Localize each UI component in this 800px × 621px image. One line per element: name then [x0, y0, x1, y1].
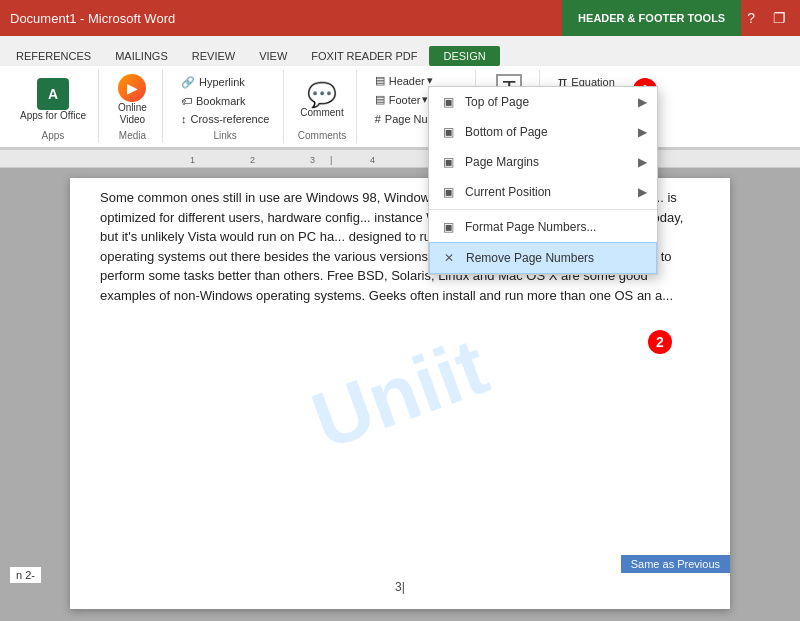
media-label: OnlineVideo	[118, 102, 147, 126]
step2-badge: 2	[648, 330, 672, 354]
dropdown-item-page-margins[interactable]: ▣ Page Margins ▶	[429, 147, 657, 177]
tools-label-text: HEADER & FOOTER TOOLS	[578, 12, 725, 24]
remove-page-numbers-icon: ✕	[440, 249, 458, 267]
group-media-label: Media	[119, 130, 146, 141]
link-icon: 🔗	[181, 76, 195, 89]
svg-text:2: 2	[250, 155, 255, 165]
ribbon-tabs: REFERENCES MAILINGS REVIEW VIEW FOXIT RE…	[0, 36, 800, 66]
svg-text:|: |	[330, 155, 332, 165]
apps-for-office-button[interactable]: A Apps for Office	[16, 76, 90, 124]
title-text: Document1 - Microsoft Word	[10, 11, 175, 26]
cross-reference-button[interactable]: ↕ Cross-reference	[175, 111, 275, 127]
media-icon: ▶	[118, 74, 146, 102]
group-comments-label: Comments	[298, 130, 346, 141]
svg-rect-0	[0, 150, 800, 168]
header-icon: ▤	[375, 74, 385, 87]
footer-button[interactable]: ▤ Footer ▾	[369, 91, 435, 108]
tab-references[interactable]: REFERENCES	[4, 46, 103, 66]
footer-icon: ▤	[375, 93, 385, 106]
bookmark-button[interactable]: 🏷 Bookmark	[175, 93, 252, 109]
tab-review[interactable]: REVIEW	[180, 46, 247, 66]
bottom-of-page-arrow: ▶	[638, 125, 647, 139]
tools-label: HEADER & FOOTER TOOLS	[562, 0, 741, 36]
same-as-previous-badge: Same as Previous	[621, 555, 730, 573]
ruler-svg: 1 2 3 | 4 7	[0, 150, 800, 168]
top-of-page-icon: ▣	[439, 93, 457, 111]
bookmark-icon: 🏷	[181, 95, 192, 107]
tab-mailings[interactable]: MAILINGS	[103, 46, 180, 66]
page-num-text: 3|	[395, 580, 405, 594]
top-of-page-arrow: ▶	[638, 95, 647, 109]
comment-icon: 💬	[307, 83, 337, 107]
current-position-arrow: ▶	[638, 185, 647, 199]
apps-icon: A	[37, 78, 69, 110]
document-area: Some common ones still in use are Window…	[0, 168, 800, 619]
help-button[interactable]: ?	[741, 8, 761, 28]
cross-ref-icon: ↕	[181, 113, 187, 125]
svg-text:3: 3	[310, 155, 315, 165]
dropdown-item-current-position[interactable]: ▣ Current Position ▶	[429, 177, 657, 207]
ruler: 1 2 3 | 4 7	[0, 150, 800, 168]
dropdown-item-remove-page-numbers[interactable]: ✕ Remove Page Numbers	[429, 242, 657, 274]
page-margins-arrow: ▶	[638, 155, 647, 169]
watermark: Uniit	[301, 320, 499, 467]
app-window: Document1 - Microsoft Word HEADER & FOOT…	[0, 0, 800, 621]
group-media: ▶ OnlineVideo Media	[103, 70, 163, 143]
comment-button[interactable]: 💬 Comment	[296, 81, 347, 120]
current-position-icon: ▣	[439, 183, 457, 201]
group-apps: A Apps for Office Apps	[8, 70, 99, 143]
page-number-display: 3|	[395, 580, 405, 594]
group-comments-items: 💬 Comment	[296, 72, 347, 128]
dropdown-item-top-of-page[interactable]: ▣ Top of Page ▶	[429, 87, 657, 117]
group-links-label: Links	[213, 130, 236, 141]
svg-text:4: 4	[370, 155, 375, 165]
page-label: n 2-	[10, 567, 41, 583]
page-number-icon: #	[375, 113, 381, 125]
tab-foxit[interactable]: FOXIT READER PDF	[299, 46, 429, 66]
dropdown-item-bottom-of-page[interactable]: ▣ Bottom of Page ▶	[429, 117, 657, 147]
svg-text:1: 1	[190, 155, 195, 165]
group-apps-label: Apps	[42, 130, 65, 141]
bottom-of-page-icon: ▣	[439, 123, 457, 141]
ribbon: REFERENCES MAILINGS REVIEW VIEW FOXIT RE…	[0, 36, 800, 150]
window-controls: ? ❐	[741, 0, 800, 36]
apps-label: Apps for Office	[20, 110, 86, 122]
tab-view[interactable]: VIEW	[247, 46, 299, 66]
app-title: Document1 - Microsoft Word	[0, 0, 562, 36]
title-bar: Document1 - Microsoft Word HEADER & FOOT…	[0, 0, 800, 36]
group-links-items: 🔗 Hyperlink 🏷 Bookmark ↕ Cross-reference	[175, 72, 275, 128]
format-page-numbers-icon: ▣	[439, 218, 457, 236]
ribbon-content: A Apps for Office Apps ▶ OnlineVideo Med…	[0, 66, 800, 149]
dropdown-item-format-page-numbers[interactable]: ▣ Format Page Numbers...	[429, 212, 657, 242]
dropdown-divider	[429, 209, 657, 210]
online-video-button[interactable]: ▶ OnlineVideo	[112, 72, 152, 128]
restore-button[interactable]: ❐	[767, 8, 792, 28]
hyperlink-button[interactable]: 🔗 Hyperlink	[175, 74, 251, 91]
group-apps-items: A Apps for Office	[16, 72, 90, 128]
group-links: 🔗 Hyperlink 🏷 Bookmark ↕ Cross-reference…	[167, 70, 284, 143]
page-number-dropdown: ▣ Top of Page ▶ ▣ Bottom of Page ▶ ▣ Pag…	[428, 86, 658, 275]
page-margins-icon: ▣	[439, 153, 457, 171]
group-media-items: ▶ OnlineVideo	[112, 72, 152, 128]
tab-design[interactable]: DESIGN	[429, 46, 499, 66]
group-comments: 💬 Comment Comments	[288, 70, 356, 143]
